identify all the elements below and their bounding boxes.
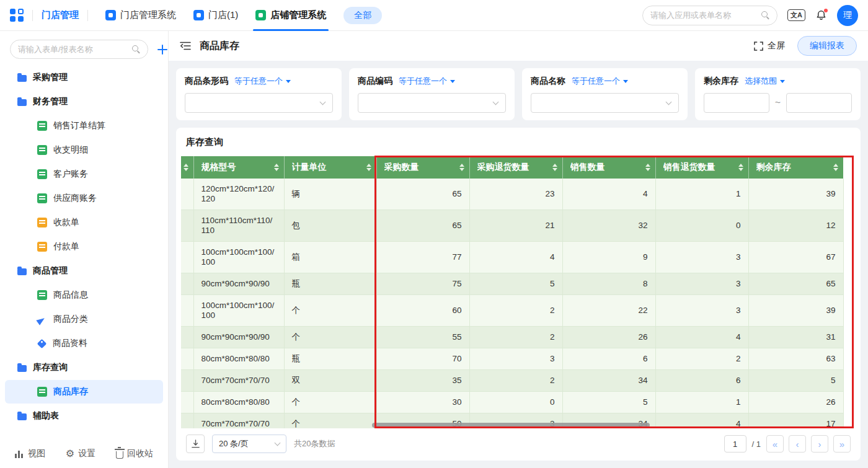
filter-condition-dropdown[interactable]: 等于任意一个 <box>399 76 455 87</box>
sidebar-item[interactable]: 付款单 <box>5 235 163 258</box>
notifications-bell-icon[interactable] <box>815 9 827 21</box>
sidebar-search-input[interactable] <box>18 45 127 54</box>
app-tab[interactable]: 门店(1) <box>185 0 247 31</box>
filters-row: 商品条形码等于任意一个商品编码等于任意一个商品名称等于任意一个剩余库存选择范围~ <box>176 68 861 120</box>
unit-cell: 双 <box>284 370 376 392</box>
sidebar-item[interactable]: 财务管理 <box>5 90 163 113</box>
topbar-search[interactable] <box>642 6 777 25</box>
sidebar-item-label: 客户账务 <box>53 169 88 180</box>
app-tab[interactable]: 门店管理系统 <box>97 0 185 31</box>
fullscreen-label: 全屏 <box>768 40 785 51</box>
value-cell: 3 <box>469 348 562 370</box>
row-height-button[interactable] <box>186 435 205 453</box>
sort-icon[interactable] <box>552 164 557 171</box>
value-cell: 65 <box>376 210 469 242</box>
fullscreen-button[interactable]: 全屏 <box>754 40 785 51</box>
sort-icon[interactable] <box>274 164 279 171</box>
all-filter-pill[interactable]: 全部 <box>343 7 382 24</box>
row-sliver-cell <box>181 242 193 273</box>
sidebar-item[interactable]: 商品信息 <box>5 283 163 307</box>
sort-icon[interactable] <box>366 164 371 171</box>
column-header[interactable]: 销售退货数量 <box>655 156 748 179</box>
sidebar-item[interactable]: 辅助表 <box>5 404 163 428</box>
sort-icon[interactable] <box>184 164 188 171</box>
value-cell: 65 <box>376 179 469 210</box>
sort-icon[interactable] <box>833 164 838 171</box>
filter-condition-dropdown[interactable]: 选择范围 <box>745 76 785 87</box>
sidebar-footer-item[interactable]: 视图 <box>15 448 45 459</box>
column-header-label: 采购数量 <box>384 162 419 173</box>
spec-cell: 90cm*90cm*90/90 <box>193 327 284 348</box>
nav-prev-button[interactable]: ‹ <box>789 435 806 453</box>
value-cell: 5 <box>748 370 843 392</box>
sidebar-item[interactable]: 商品分类 <box>5 307 163 331</box>
sidebar-footer-item[interactable]: ⚙设置 <box>66 448 95 459</box>
horizontal-scrollbar[interactable] <box>372 423 650 428</box>
value-cell: 5 <box>562 392 655 413</box>
filter-select[interactable] <box>185 93 333 113</box>
sidebar-search[interactable] <box>10 40 148 59</box>
column-header-partial[interactable] <box>181 156 193 179</box>
sort-icon[interactable] <box>459 164 464 171</box>
sidebar-item[interactable]: 收支明细 <box>5 138 163 162</box>
column-header[interactable]: 规格型号 <box>193 156 284 179</box>
doc-green-icon <box>37 169 47 179</box>
sort-icon[interactable] <box>645 164 650 171</box>
translate-icon[interactable]: 文A <box>787 9 805 21</box>
add-form-button[interactable] <box>157 44 168 55</box>
apps-grid-icon[interactable] <box>10 9 24 22</box>
nav-first-button[interactable]: « <box>766 435 784 453</box>
filter-label: 商品名称 <box>531 76 565 87</box>
value-cell: 1 <box>655 392 748 413</box>
value-cell: 26 <box>562 327 655 348</box>
topbar-search-input[interactable] <box>650 11 756 20</box>
sidebar-footer-item[interactable]: 回收站 <box>116 448 153 459</box>
doc-orange-icon <box>37 242 47 252</box>
search-icon[interactable] <box>761 11 769 19</box>
column-header[interactable]: 计量单位 <box>284 156 376 179</box>
nav-last-button[interactable]: » <box>833 435 851 453</box>
edit-report-button[interactable]: 编辑报表 <box>797 36 857 56</box>
sidebar-item[interactable]: 库存查询 <box>5 356 163 379</box>
sidebar-item[interactable]: 收款单 <box>5 211 163 234</box>
topbar: 门店管理 门店管理系统门店(1)店铺管理系统 全部 文A 理 <box>0 0 868 31</box>
chevron-down-icon <box>493 99 499 105</box>
column-header[interactable]: 采购退货数量 <box>469 156 562 179</box>
filter-select[interactable] <box>358 93 506 113</box>
sidebar-item[interactable]: 采购管理 <box>5 66 163 89</box>
value-cell: 70 <box>376 348 469 370</box>
app-tab-icon <box>255 10 266 20</box>
filter-label: 剩余库存 <box>704 76 738 87</box>
sidebar-item[interactable]: 销售订单结算 <box>5 114 163 138</box>
search-icon[interactable] <box>132 45 140 53</box>
app-tab[interactable]: 店铺管理系统 <box>247 0 335 31</box>
column-header[interactable]: 采购数量 <box>376 156 469 179</box>
page-number-input[interactable] <box>724 435 746 453</box>
value-cell: 35 <box>376 370 469 392</box>
table-row: 100cm*100cm*100/100箱7749367 <box>181 242 843 273</box>
value-cell: 1 <box>655 179 748 210</box>
caret-down-icon <box>450 80 455 83</box>
sidebar-item[interactable]: 供应商账务 <box>5 187 163 210</box>
collapse-sidebar-icon[interactable] <box>180 41 191 51</box>
filter-condition-dropdown[interactable]: 等于任意一个 <box>572 76 628 87</box>
nav-next-button[interactable]: › <box>811 435 828 453</box>
filter-min-input[interactable] <box>704 93 769 113</box>
column-header[interactable]: 剩余库存 <box>748 156 843 179</box>
inventory-body: 120cm*120cm*120/120辆65234139110cm*110cm*… <box>181 179 843 428</box>
column-header[interactable]: 销售数量 <box>562 156 655 179</box>
sidebar-item[interactable]: 商品管理 <box>5 259 163 283</box>
filter-max-input[interactable] <box>786 93 852 113</box>
value-cell: 8 <box>562 273 655 295</box>
filter-select[interactable] <box>531 93 679 113</box>
workspace-label[interactable]: 门店管理 <box>42 9 79 21</box>
page-size-select[interactable]: 20 条/页 <box>212 435 286 453</box>
sidebar-item[interactable]: 客户账务 <box>5 162 163 186</box>
avatar[interactable]: 理 <box>837 5 858 26</box>
sidebar-item[interactable]: 商品资料 <box>5 332 163 355</box>
sort-icon[interactable] <box>738 164 743 171</box>
notification-badge <box>824 9 828 12</box>
value-cell: 77 <box>376 242 469 273</box>
sidebar-item[interactable]: 商品库存 <box>5 380 163 404</box>
filter-condition-dropdown[interactable]: 等于任意一个 <box>234 76 291 87</box>
